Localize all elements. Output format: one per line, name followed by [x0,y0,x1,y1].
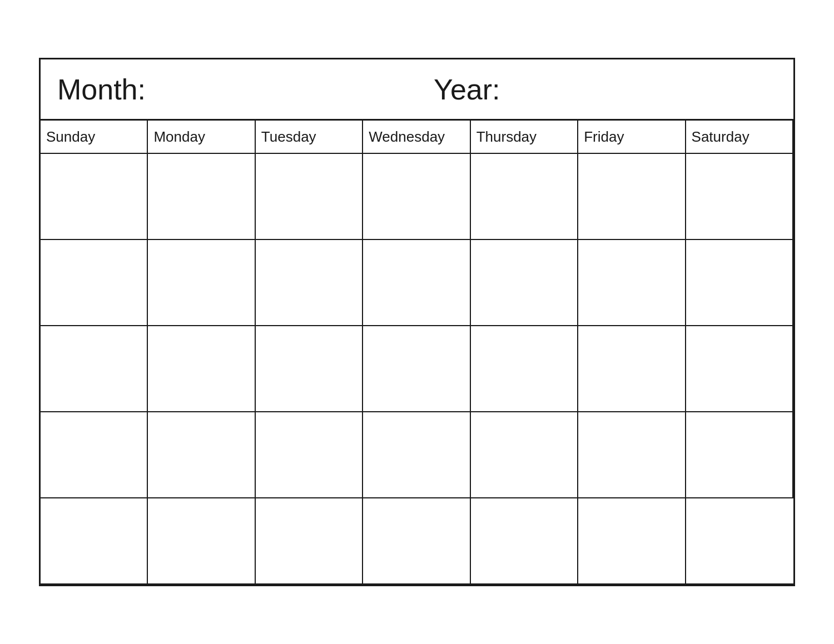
cell-row4-fri [578,412,686,498]
cell-row4-thu [471,412,578,498]
calendar: Month: Year: Sunday Monday Tuesday Wedne… [39,58,795,586]
cell-row5-sat [686,498,793,585]
cell-row5-tue [256,498,363,585]
cell-row3-sat [686,326,793,412]
cell-row1-fri [578,154,686,240]
cell-row1-sat [686,154,793,240]
day-header-sunday: Sunday [41,121,148,154]
cell-row4-tue [256,412,363,498]
calendar-grid: Sunday Monday Tuesday Wednesday Thursday… [41,121,793,585]
cell-row1-mon [148,154,255,240]
cell-row5-mon [148,498,255,585]
cell-row5-fri [578,498,686,585]
cell-row4-sat [686,412,793,498]
cell-row2-thu [471,240,578,326]
cell-row3-sun [41,326,148,412]
cell-row2-fri [578,240,686,326]
cell-row1-sun [41,154,148,240]
cell-row1-wed [363,154,470,240]
cell-row5-thu [471,498,578,585]
cell-row5-wed [363,498,470,585]
day-header-friday: Friday [578,121,686,154]
cell-row1-thu [471,154,578,240]
cell-row3-fri [578,326,686,412]
cell-row2-wed [363,240,470,326]
day-header-monday: Monday [148,121,255,154]
cell-row4-wed [363,412,470,498]
day-header-tuesday: Tuesday [256,121,363,154]
cell-row4-mon [148,412,255,498]
cell-row3-wed [363,326,470,412]
year-label: Year: [400,73,777,106]
cell-row4-sun [41,412,148,498]
cell-row1-tue [256,154,363,240]
cell-row2-sun [41,240,148,326]
calendar-header: Month: Year: [41,59,793,121]
cell-row2-tue [256,240,363,326]
cell-row5-sun [41,498,148,585]
cell-row2-sat [686,240,793,326]
day-header-thursday: Thursday [471,121,578,154]
cell-row2-mon [148,240,255,326]
month-label: Month: [57,73,400,106]
day-header-wednesday: Wednesday [363,121,470,154]
day-header-saturday: Saturday [686,121,793,154]
cell-row3-mon [148,326,255,412]
cell-row3-thu [471,326,578,412]
cell-row3-tue [256,326,363,412]
